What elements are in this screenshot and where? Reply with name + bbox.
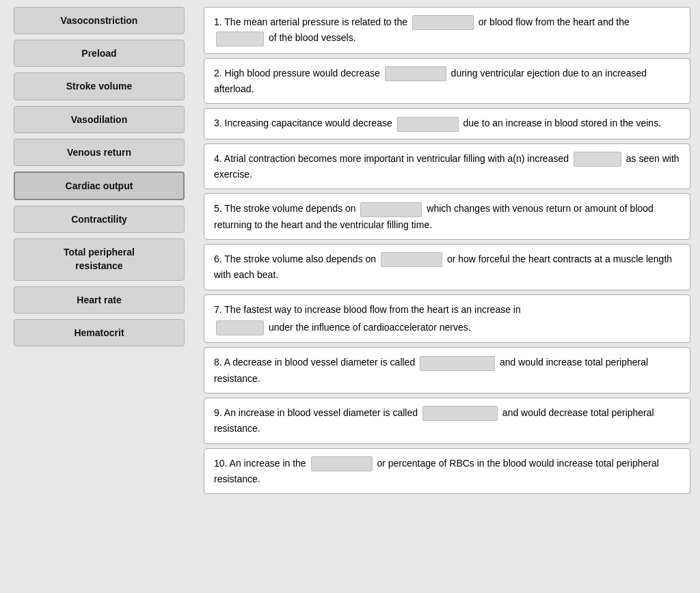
- question-10: 10. An increase in the or percentage of …: [204, 448, 690, 495]
- sidebar-item-heart-rate[interactable]: Heart rate: [14, 286, 185, 314]
- sidebar-item-venous-return[interactable]: Venous return: [14, 139, 185, 166]
- q5-blank1[interactable]: [360, 202, 422, 217]
- q1-text-middle: or blood flow from the heart and the: [479, 16, 630, 27]
- sidebar-item-vasodilation[interactable]: Vasodilation: [14, 106, 185, 133]
- question-4: 4. Atrial contraction becomes more impor…: [204, 143, 690, 190]
- q6-blank1[interactable]: [381, 252, 442, 267]
- q7-text-before: 7. The fastest way to increase blood flo…: [214, 304, 521, 315]
- q9-text-before: 9. An increase in blood vessel diameter …: [214, 407, 420, 418]
- q3-text-before: 3. Increasing capacitance would decrease: [214, 118, 395, 128]
- q6-text-before: 6. The stroke volume also depends on: [214, 253, 379, 264]
- sidebar-item-total-peripheral-resistance[interactable]: Total peripheralresistance: [14, 238, 185, 280]
- q5-text-before: 5. The stroke volume depends on: [214, 203, 358, 214]
- sidebar-item-stroke-volume[interactable]: Stroke volume: [14, 72, 185, 100]
- sidebar-item-cardiac-output[interactable]: Cardiac output: [14, 171, 185, 200]
- q3-blank1[interactable]: [397, 117, 459, 132]
- q7-text-after: under the influence of cardioaccelerator…: [269, 322, 471, 333]
- question-8: 8. A decrease in blood vessel diameter i…: [204, 347, 690, 394]
- sidebar: Vasoconstriction Preload Stroke volume V…: [0, 0, 198, 593]
- q1-text-before: 1. The mean arterial pressure is related…: [214, 16, 410, 27]
- q4-text-before: 4. Atrial contraction becomes more impor…: [214, 153, 571, 164]
- sidebar-item-vasoconstriction[interactable]: Vasoconstriction: [14, 7, 185, 34]
- q10-text-before: 10. An increase in the: [214, 458, 309, 469]
- question-2: 2. High blood pressure would decrease du…: [204, 58, 690, 105]
- main-content: 1. The mean arterial pressure is related…: [198, 0, 700, 593]
- q4-blank1[interactable]: [574, 152, 621, 167]
- q2-blank1[interactable]: [385, 66, 446, 81]
- question-5: 5. The stroke volume depends on which ch…: [204, 193, 690, 240]
- question-9: 9. An increase in blood vessel diameter …: [204, 398, 690, 444]
- sidebar-item-preload[interactable]: Preload: [14, 40, 185, 67]
- question-3: 3. Increasing capacitance would decrease…: [204, 108, 690, 139]
- q9-blank1[interactable]: [422, 406, 498, 421]
- q1-blank2[interactable]: [216, 31, 264, 46]
- sidebar-item-contractility[interactable]: Contractility: [14, 206, 185, 233]
- sidebar-item-hematocrit[interactable]: Hematocrit: [14, 319, 185, 346]
- q2-text-before: 2. High blood pressure would decrease: [214, 68, 383, 79]
- q8-text-before: 8. A decrease in blood vessel diameter i…: [214, 357, 418, 368]
- q8-blank1[interactable]: [420, 356, 495, 371]
- q1-blank1[interactable]: [412, 15, 474, 30]
- q10-blank1[interactable]: [311, 456, 373, 471]
- q7-blank1[interactable]: [216, 320, 264, 335]
- question-7: 7. The fastest way to increase blood flo…: [204, 294, 690, 344]
- question-6: 6. The stroke volume also depends on or …: [204, 244, 690, 290]
- question-1: 1. The mean arterial pressure is related…: [204, 7, 690, 54]
- q1-text-after: of the blood vessels.: [269, 32, 356, 43]
- q3-text-after: due to an increase in blood stored in th…: [463, 118, 662, 128]
